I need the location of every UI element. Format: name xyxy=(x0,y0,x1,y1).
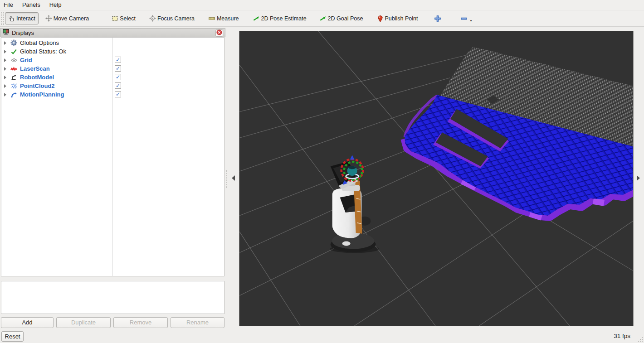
move-arrows-icon xyxy=(45,15,52,22)
motionplanning-icon xyxy=(10,91,18,98)
expand-arrow-icon[interactable] xyxy=(4,41,6,45)
expand-arrow-icon[interactable] xyxy=(4,76,6,79)
displays-panel-header[interactable]: Displays xyxy=(0,28,225,37)
expand-arrow-icon[interactable] xyxy=(4,58,6,62)
3d-viewport[interactable] xyxy=(239,31,634,326)
tree-row-grid[interactable]: Grid xyxy=(1,56,224,64)
gear-icon xyxy=(10,39,18,46)
pose-estimate-tool-button[interactable]: 2D Pose Estimate xyxy=(249,12,310,24)
interact-label: Interact xyxy=(16,15,35,22)
ruler-icon xyxy=(208,15,215,22)
toolbar-drag-handle[interactable] xyxy=(1,12,4,25)
map-pin-icon xyxy=(377,15,383,22)
expand-arrow-icon[interactable] xyxy=(4,50,6,53)
tree-row-global-options[interactable]: Global Options xyxy=(1,39,224,47)
checkbox-motionplanning[interactable]: ✓ xyxy=(115,91,121,97)
rename-display-button[interactable]: Rename xyxy=(171,317,224,328)
plus-icon xyxy=(434,15,441,22)
remove-display-button[interactable]: Remove xyxy=(113,317,168,328)
menu-file[interactable]: File xyxy=(4,0,18,10)
robot-icon xyxy=(10,74,18,81)
row-label: MotionPlanning xyxy=(20,91,64,98)
fps-counter: 31 fps xyxy=(614,333,630,339)
move-camera-label: Move Camera xyxy=(54,15,89,22)
checkbox-pointcloud2[interactable]: ✓ xyxy=(115,82,121,89)
expand-arrow-icon[interactable] xyxy=(4,84,6,88)
dropdown-caret-icon[interactable]: ▾ xyxy=(470,19,472,23)
publish-point-label: Publish Point xyxy=(385,15,418,22)
measure-tool-button[interactable]: Measure xyxy=(205,12,242,24)
toolbar: Interact Move Camera Select Focus Camera… xyxy=(0,10,644,27)
row-label: LaserScan xyxy=(20,65,50,72)
green-arrow-icon xyxy=(319,15,327,22)
remove-tool-button[interactable]: ▾ xyxy=(457,11,475,25)
collapse-right-arrow-icon[interactable] xyxy=(637,175,640,181)
tree-row-pointcloud2[interactable]: PointCloud2 xyxy=(1,82,224,90)
displays-panel: Displays Global Options Global Status: O… xyxy=(0,28,225,329)
checkbox-robotmodel[interactable]: ✓ xyxy=(115,74,121,80)
tree-row-motionplanning[interactable]: MotionPlanning xyxy=(1,90,224,99)
display-buttons-row: Add Duplicate Remove Rename xyxy=(0,316,225,328)
status-bar: Reset 31 fps xyxy=(0,329,644,343)
laserscan-icon xyxy=(10,65,18,72)
duplicate-display-button[interactable]: Duplicate xyxy=(56,317,111,328)
resize-grip[interactable] xyxy=(636,335,643,342)
add-tool-button[interactable] xyxy=(431,12,444,25)
publish-point-tool-button[interactable]: Publish Point xyxy=(374,12,421,25)
reset-button[interactable]: Reset xyxy=(1,331,24,342)
menu-bar: File Panels Help xyxy=(0,0,644,10)
expand-arrow-icon[interactable] xyxy=(4,93,6,97)
measure-label: Measure xyxy=(217,15,239,22)
menu-panels[interactable]: Panels xyxy=(18,0,45,10)
expand-arrow-icon[interactable] xyxy=(4,67,6,71)
panel-close-button[interactable] xyxy=(215,29,223,37)
row-label: Global Options xyxy=(20,39,59,46)
interact-tool-button[interactable]: Interact xyxy=(5,12,39,24)
focus-crosshair-icon xyxy=(149,15,156,22)
row-label: PointCloud2 xyxy=(20,82,55,89)
row-label: RobotModel xyxy=(20,74,54,81)
description-box xyxy=(1,281,224,314)
row-label: Grid xyxy=(20,57,32,63)
close-icon xyxy=(216,29,222,37)
select-tool-button[interactable]: Select xyxy=(108,12,139,24)
add-display-button[interactable]: Add xyxy=(1,317,54,328)
checkbox-laserscan[interactable]: ✓ xyxy=(115,65,121,72)
render-scene xyxy=(239,31,633,326)
collapse-left-arrow-icon[interactable] xyxy=(232,175,235,181)
checkbox-grid[interactable]: ✓ xyxy=(115,57,121,63)
status-check-icon xyxy=(10,48,18,55)
pointcloud-icon xyxy=(10,82,18,89)
goal-pose-label: 2D Goal Pose xyxy=(328,15,363,22)
hand-pointer-icon xyxy=(8,15,15,22)
panel-title: Displays xyxy=(12,29,34,36)
tree-row-robotmodel[interactable]: RobotModel xyxy=(1,73,224,82)
tree-row-global-status[interactable]: Global Status: Ok xyxy=(1,47,224,56)
menu-help[interactable]: Help xyxy=(45,0,66,10)
selection-box-icon xyxy=(112,15,118,22)
row-label: Global Status: Ok xyxy=(20,48,66,55)
panel-splitter[interactable] xyxy=(0,276,225,281)
goal-pose-tool-button[interactable]: 2D Goal Pose xyxy=(316,12,366,24)
minus-icon xyxy=(460,15,468,22)
focus-camera-label: Focus Camera xyxy=(157,15,195,22)
displays-tree: Global Options Global Status: Ok Grid La… xyxy=(1,37,224,276)
pose-estimate-label: 2D Pose Estimate xyxy=(261,15,307,22)
move-camera-tool-button[interactable]: Move Camera xyxy=(42,12,93,24)
select-label: Select xyxy=(120,15,136,22)
left-splitter-dots[interactable] xyxy=(226,170,229,188)
green-arrow-icon xyxy=(253,15,260,22)
grid-icon xyxy=(10,57,18,63)
tree-row-laserscan[interactable]: LaserScan xyxy=(1,64,224,73)
monitor-icon xyxy=(2,29,10,37)
focus-camera-tool-button[interactable]: Focus Camera xyxy=(146,12,198,24)
